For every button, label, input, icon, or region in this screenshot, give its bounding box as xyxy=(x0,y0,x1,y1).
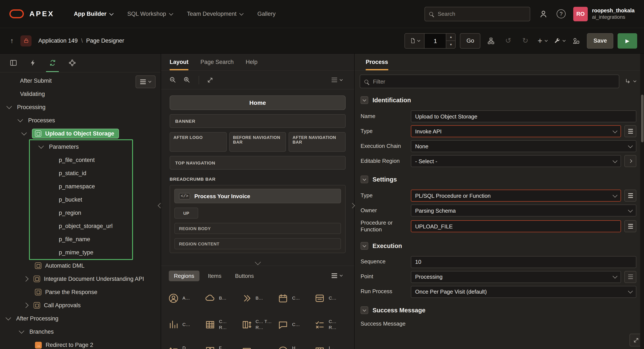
procedure-or-function-input[interactable] xyxy=(411,220,621,232)
chevron-down-icon[interactable] xyxy=(21,130,27,135)
tree-node-p-file-name[interactable]: p_file_name xyxy=(0,233,161,246)
gallery-item[interactable]: I… G… xyxy=(313,338,348,349)
utilities-button[interactable] xyxy=(553,34,566,48)
tab-layout[interactable]: Layout xyxy=(170,54,188,70)
tree-node-automatic-dml[interactable]: Automatic DML xyxy=(0,259,161,272)
tab-processing[interactable] xyxy=(42,54,62,72)
quick-pick-button[interactable] xyxy=(624,271,636,283)
name-input[interactable] xyxy=(411,110,636,122)
tab-help[interactable]: Help xyxy=(246,54,258,70)
tree-node-processes[interactable]: Processes xyxy=(0,114,161,127)
help-icon[interactable]: ? xyxy=(557,9,566,18)
scrollbar-thumb[interactable] xyxy=(641,94,643,142)
tree-node-integrate-document-understanding-api[interactable]: Integrate Document Understanding API xyxy=(0,272,161,286)
tree-node-p-file-content[interactable]: p_file_content xyxy=(0,154,161,166)
save-button[interactable]: Save xyxy=(587,33,613,48)
go-button[interactable]: Go xyxy=(460,33,480,48)
undo-button[interactable]: ↺ xyxy=(502,34,515,48)
shared-components-button[interactable] xyxy=(570,34,583,48)
go-to-region-button[interactable] xyxy=(624,155,636,167)
collapse-section-button[interactable] xyxy=(360,242,368,250)
page-type-button[interactable] xyxy=(405,34,425,48)
gallery-item[interactable]: C… xyxy=(277,286,312,311)
gallery-item[interactable]: B… xyxy=(240,286,275,311)
tree-node-validating[interactable]: Validating xyxy=(0,87,161,100)
lock-button[interactable] xyxy=(20,35,32,46)
breadcrumb-bar-region[interactable]: </> Process Your Invoice UP REGION BODY … xyxy=(170,185,346,253)
type-select[interactable]: Invoke API xyxy=(411,125,621,137)
process-your-invoice-region[interactable]: </> Process Your Invoice xyxy=(174,189,341,203)
tree-node-call-approvals[interactable]: Call Approvals xyxy=(0,299,161,312)
tab-dynamic-actions[interactable] xyxy=(23,54,42,72)
chevron-down-icon[interactable] xyxy=(19,328,24,334)
slot-before-navigation-bar[interactable]: BEFORE NAVIGATION BAR xyxy=(229,132,286,152)
page-number-input[interactable] xyxy=(425,34,446,48)
zoom-in-button[interactable] xyxy=(183,76,191,84)
chevron-right-icon[interactable] xyxy=(23,276,28,282)
search-input[interactable] xyxy=(437,10,526,18)
layout-menu-button[interactable] xyxy=(327,74,346,86)
tree-node-p-region[interactable]: p_region xyxy=(0,206,161,220)
collapse-section-button[interactable] xyxy=(360,96,368,104)
tree-node-p-bucket[interactable]: p_bucket xyxy=(0,193,161,206)
filter-input[interactable] xyxy=(372,78,614,85)
banner-region[interactable]: BANNER xyxy=(170,114,346,128)
gallery-menu-button[interactable] xyxy=(327,269,346,282)
tree-node-redirect-to-page-2[interactable]: →Redirect to Page 2 xyxy=(0,338,161,349)
editable-region-select[interactable]: - Select - xyxy=(411,155,621,167)
gallery-item[interactable]: A… xyxy=(167,286,202,311)
chevron-down-icon[interactable] xyxy=(18,117,23,122)
gallery-item[interactable]: ?H… T… xyxy=(277,338,312,349)
page-up-button[interactable]: ▲ xyxy=(446,34,456,41)
tree-node-upload-to-object-storage[interactable]: Upload to Object Storage xyxy=(0,127,161,140)
tree-node-p-object-storage-url[interactable]: p_object_storage_url xyxy=(0,220,161,233)
run-button[interactable]: ▶ xyxy=(618,33,637,48)
gallery-tab-regions[interactable]: Regions xyxy=(169,270,199,281)
gallery-item[interactable]: D… C… xyxy=(167,338,202,349)
selected-tree-node[interactable]: Upload to Object Storage xyxy=(32,129,119,138)
breadcrumb-application[interactable]: Application 149 xyxy=(38,38,78,44)
create-button[interactable]: + xyxy=(536,34,549,48)
nav-team-development[interactable]: Team Development xyxy=(187,11,243,17)
nav-app-builder[interactable]: App Builder xyxy=(74,11,113,17)
nav-gallery[interactable]: Gallery xyxy=(258,11,276,17)
region-body-slot[interactable]: REGION BODY xyxy=(174,223,341,234)
gallery-tab-items[interactable]: Items xyxy=(203,270,226,281)
tab-page-shared-components[interactable] xyxy=(62,54,82,72)
account-icon[interactable] xyxy=(538,8,549,20)
gallery-item[interactable]: C… R… xyxy=(313,312,348,338)
up-slot[interactable]: UP xyxy=(174,208,198,218)
tree-node-parse-the-response[interactable]: Parse the Response xyxy=(0,286,161,299)
gallery-item[interactable]: C… xyxy=(277,312,312,338)
settings-type-select[interactable]: PL/SQL Procedure or Function xyxy=(411,190,621,202)
tab-page-search[interactable]: Page Search xyxy=(200,54,234,70)
chevron-down-icon[interactable] xyxy=(38,143,44,148)
top-navigation-region[interactable]: TOP NAVIGATION xyxy=(170,156,346,170)
user-menu[interactable]: RO roopesh_thokala ai_integrations xyxy=(573,6,634,21)
nav-sql-workshop[interactable]: SQL Workshop xyxy=(128,11,172,17)
point-select[interactable]: Processing xyxy=(411,271,621,283)
gallery-tab-buttons[interactable]: Buttons xyxy=(230,270,259,281)
scroll-down-icon[interactable] xyxy=(255,259,261,265)
chevron-down-icon[interactable] xyxy=(6,315,11,320)
gallery-item[interactable]: F… S… xyxy=(204,338,239,349)
tree-node-p-mime-type[interactable]: p_mime_type xyxy=(0,246,161,259)
tab-process[interactable]: Process xyxy=(366,54,388,70)
tree-node-p-static-id[interactable]: p_static_id xyxy=(0,166,161,180)
home-region[interactable]: Home xyxy=(170,96,346,110)
page-down-button[interactable]: ▼ xyxy=(446,41,456,48)
expand-layout-button[interactable] xyxy=(207,76,214,83)
gallery-item[interactable]: C… R… xyxy=(204,312,239,338)
tree-node-after-processing[interactable]: After Processing xyxy=(0,312,161,325)
slot-after-navigation-bar[interactable]: AFTER NAVIGATION BAR xyxy=(289,132,346,152)
brand[interactable]: APEX xyxy=(10,9,54,18)
chevron-right-icon[interactable] xyxy=(23,302,28,308)
go-to-group-button[interactable] xyxy=(623,75,638,88)
tree-node-parameters[interactable]: Parameters xyxy=(0,140,161,154)
zoom-out-button[interactable] xyxy=(169,76,177,84)
gallery-item[interactable]: B… xyxy=(204,286,239,311)
collapse-section-button[interactable] xyxy=(360,306,368,314)
region-content-slot[interactable]: REGION CONTENT xyxy=(174,238,341,249)
slot-after-logo[interactable]: AFTER LOGO xyxy=(170,132,226,152)
quick-pick-button[interactable] xyxy=(624,220,636,232)
